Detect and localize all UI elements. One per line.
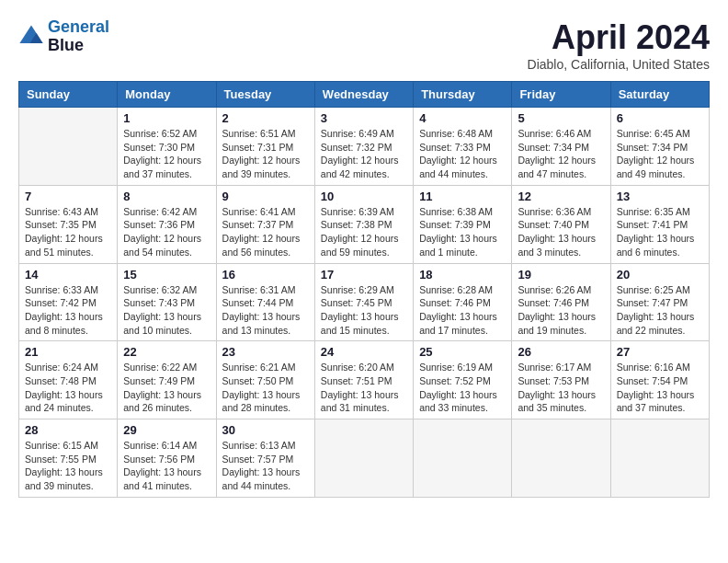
day-number: 21 — [25, 345, 111, 359]
day-info: Sunrise: 6:22 AMSunset: 7:49 PMDaylight:… — [123, 361, 210, 415]
day-info-line: Sunrise: 6:52 AM — [123, 127, 210, 141]
day-info: Sunrise: 6:35 AMSunset: 7:41 PMDaylight:… — [617, 205, 703, 259]
calendar-cell: 15Sunrise: 6:32 AMSunset: 7:43 PMDayligh… — [118, 263, 216, 341]
calendar-week-row: 7Sunrise: 6:43 AMSunset: 7:35 PMDaylight… — [19, 185, 710, 263]
day-info-line: and 47 minutes. — [518, 167, 604, 181]
calendar-cell: 8Sunrise: 6:42 AMSunset: 7:36 PMDaylight… — [118, 185, 216, 263]
day-number: 10 — [321, 190, 407, 203]
location: Diablo, California, United States — [528, 57, 710, 72]
day-info-line: Sunrise: 6:26 AM — [518, 283, 604, 297]
calendar-week-row: 28Sunrise: 6:15 AMSunset: 7:55 PMDayligh… — [19, 419, 710, 498]
day-number: 16 — [222, 268, 309, 282]
day-info-line: Sunset: 7:46 PM — [419, 296, 506, 310]
logo: General Blue — [18, 18, 109, 55]
day-info-line: Daylight: 12 hours — [321, 232, 407, 246]
day-info: Sunrise: 6:21 AMSunset: 7:50 PMDaylight:… — [222, 361, 309, 415]
day-info-line: Daylight: 12 hours — [518, 154, 604, 167]
calendar-cell: 3Sunrise: 6:49 AMSunset: 7:32 PMDaylight… — [314, 108, 413, 186]
day-info-line: Sunrise: 6:38 AM — [419, 205, 506, 219]
calendar-cell: 9Sunrise: 6:41 AMSunset: 7:37 PMDaylight… — [216, 185, 314, 263]
day-number: 5 — [518, 111, 604, 125]
day-info-line: Sunset: 7:44 PM — [222, 296, 309, 310]
day-info-line: Sunset: 7:45 PM — [321, 296, 407, 310]
calendar-cell: 22Sunrise: 6:22 AMSunset: 7:49 PMDayligh… — [118, 341, 216, 419]
day-info-line: and 8 minutes. — [25, 324, 111, 338]
day-number: 29 — [123, 423, 210, 437]
calendar-cell: 13Sunrise: 6:35 AMSunset: 7:41 PMDayligh… — [610, 185, 709, 263]
day-info-line: Sunset: 7:52 PM — [419, 374, 506, 388]
day-number: 11 — [419, 190, 506, 203]
day-info-line: Sunrise: 6:45 AM — [617, 127, 703, 141]
day-info-line: Sunset: 7:53 PM — [518, 374, 604, 388]
day-info-line: and 41 minutes. — [123, 479, 210, 493]
day-info: Sunrise: 6:13 AMSunset: 7:57 PMDaylight:… — [222, 439, 309, 493]
day-info-line: Sunset: 7:36 PM — [123, 218, 210, 232]
day-info-line: Sunrise: 6:43 AM — [25, 205, 111, 219]
day-info: Sunrise: 6:14 AMSunset: 7:56 PMDaylight:… — [123, 439, 210, 493]
day-info-line: Sunset: 7:38 PM — [321, 218, 407, 232]
day-info-line: Sunset: 7:48 PM — [25, 374, 111, 388]
day-info-line: Daylight: 13 hours — [518, 388, 604, 402]
calendar-cell: 2Sunrise: 6:51 AMSunset: 7:31 PMDaylight… — [216, 108, 314, 186]
calendar-cell: 26Sunrise: 6:17 AMSunset: 7:53 PMDayligh… — [512, 341, 610, 419]
day-info-line: Sunrise: 6:20 AM — [321, 361, 407, 374]
day-number: 8 — [123, 190, 210, 203]
day-number: 26 — [518, 345, 604, 359]
day-info-line: Daylight: 13 hours — [617, 310, 703, 324]
day-info-line: and 33 minutes. — [419, 401, 506, 415]
day-info: Sunrise: 6:25 AMSunset: 7:47 PMDaylight:… — [617, 283, 703, 338]
calendar-cell — [512, 419, 610, 498]
day-number: 17 — [321, 268, 407, 282]
day-info-line: and 56 minutes. — [222, 246, 309, 259]
day-info-line: and 6 minutes. — [617, 246, 703, 259]
day-info-line: Daylight: 12 hours — [222, 154, 309, 167]
day-number: 6 — [617, 111, 703, 125]
day-info-line: and 37 minutes. — [617, 401, 703, 415]
day-info-line: and 44 minutes. — [419, 167, 506, 181]
day-info-line: Sunrise: 6:49 AM — [321, 127, 407, 141]
day-info-line: and 13 minutes. — [222, 324, 309, 338]
day-info-line: Daylight: 13 hours — [222, 310, 309, 324]
day-info-line: and 31 minutes. — [321, 401, 407, 415]
calendar-week-row: 21Sunrise: 6:24 AMSunset: 7:48 PMDayligh… — [19, 341, 710, 419]
day-info-line: and 3 minutes. — [518, 246, 604, 259]
weekday-header: Monday — [118, 82, 216, 108]
day-info-line: Daylight: 13 hours — [617, 232, 703, 246]
day-info: Sunrise: 6:36 AMSunset: 7:40 PMDaylight:… — [518, 205, 604, 259]
weekday-header: Thursday — [414, 82, 512, 108]
calendar-cell: 6Sunrise: 6:45 AMSunset: 7:34 PMDaylight… — [610, 108, 709, 186]
day-info-line: Sunrise: 6:17 AM — [518, 361, 604, 374]
day-info-line: Sunrise: 6:48 AM — [419, 127, 506, 141]
day-info-line: Sunset: 7:33 PM — [419, 141, 506, 155]
weekday-header: Friday — [512, 82, 610, 108]
day-info-line: Sunrise: 6:21 AM — [222, 361, 309, 374]
calendar-cell: 1Sunrise: 6:52 AMSunset: 7:30 PMDaylight… — [118, 108, 216, 186]
day-info-line: Sunset: 7:35 PM — [25, 218, 111, 232]
day-info-line: Sunrise: 6:42 AM — [123, 205, 210, 219]
day-info-line: Daylight: 13 hours — [518, 232, 604, 246]
day-info-line: Daylight: 13 hours — [123, 465, 210, 479]
day-info: Sunrise: 6:28 AMSunset: 7:46 PMDaylight:… — [419, 283, 506, 338]
day-info-line: and 1 minute. — [419, 246, 506, 259]
calendar-cell — [314, 419, 413, 498]
day-info-line: and 39 minutes. — [25, 479, 111, 493]
day-number: 24 — [321, 345, 407, 359]
day-number: 12 — [518, 190, 604, 203]
day-info-line: Daylight: 12 hours — [222, 232, 309, 246]
day-info-line: and 22 minutes. — [617, 324, 703, 338]
day-info-line: and 39 minutes. — [222, 167, 309, 181]
calendar-cell: 28Sunrise: 6:15 AMSunset: 7:55 PMDayligh… — [19, 419, 118, 498]
day-info-line: Sunset: 7:47 PM — [617, 296, 703, 310]
calendar-cell: 20Sunrise: 6:25 AMSunset: 7:47 PMDayligh… — [610, 263, 709, 341]
day-info-line: Daylight: 12 hours — [123, 154, 210, 167]
day-number: 1 — [123, 111, 210, 125]
day-info-line: Sunset: 7:50 PM — [222, 374, 309, 388]
logo-text: General Blue — [48, 18, 109, 55]
day-info-line: Sunrise: 6:16 AM — [617, 361, 703, 374]
page-header: General Blue April 2024 Diablo, Californ… — [18, 18, 710, 72]
calendar-cell: 7Sunrise: 6:43 AMSunset: 7:35 PMDaylight… — [19, 185, 118, 263]
calendar-cell — [610, 419, 709, 498]
calendar-cell: 24Sunrise: 6:20 AMSunset: 7:51 PMDayligh… — [314, 341, 413, 419]
day-info-line: Sunrise: 6:14 AM — [123, 439, 210, 453]
day-info-line: Daylight: 13 hours — [25, 310, 111, 324]
